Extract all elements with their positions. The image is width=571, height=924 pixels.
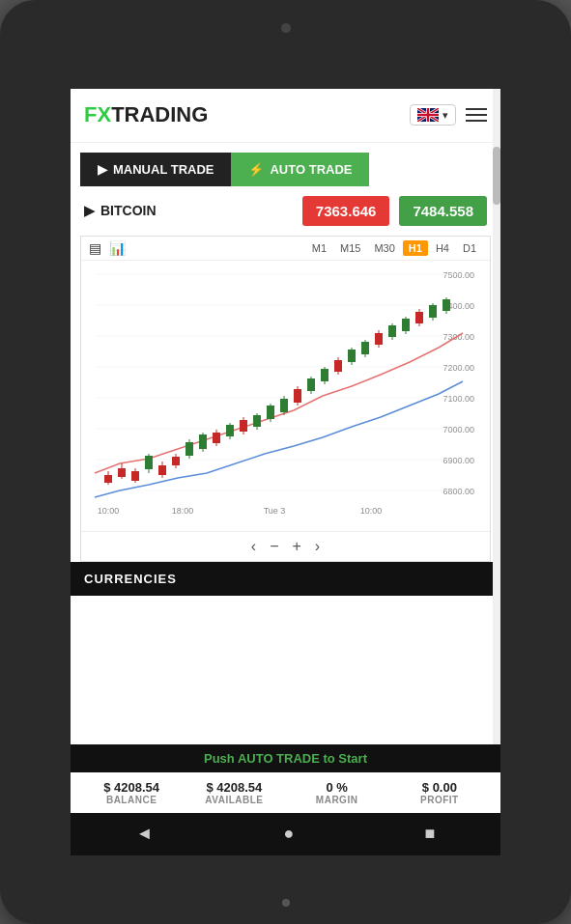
balance-row: $ 4208.54 BALANCE $ 4208.54 AVAILABLE 0 … <box>71 772 500 813</box>
flag-icon <box>417 108 439 122</box>
svg-rect-48 <box>307 378 315 391</box>
svg-text:7300.00: 7300.00 <box>443 332 474 342</box>
svg-rect-28 <box>172 457 180 465</box>
svg-rect-18 <box>104 475 112 483</box>
bottom-bar: Push AUTO TRADE to Start $ 4208.54 BALAN… <box>71 744 500 813</box>
margin-label: MARGIN <box>286 795 388 811</box>
chart-icons: ▤ 📊 <box>89 240 126 256</box>
chart-svg-area: 7500.00 7400.00 7300.00 7200.00 7100.00 … <box>81 261 490 531</box>
auto-trade-tab[interactable]: ⚡ AUTO TRADE <box>231 153 369 186</box>
chart-zoom-in-button[interactable]: + <box>293 538 301 555</box>
svg-rect-62 <box>402 319 410 331</box>
svg-rect-50 <box>321 369 328 381</box>
available-value: $ 4208.54 <box>183 780 285 795</box>
header-right: ▾ <box>410 104 487 126</box>
svg-rect-46 <box>294 389 301 403</box>
tf-m30[interactable]: M30 <box>368 240 400 256</box>
camera <box>281 23 291 33</box>
tf-m15[interactable]: M15 <box>334 240 366 256</box>
bitcoin-row: ▶ BITCOIN 7363.646 7484.558 <box>71 186 500 236</box>
candlestick-chart: 7500.00 7400.00 7300.00 7200.00 7100.00 … <box>81 261 482 531</box>
header: FX TRADING ▾ <box>71 89 500 143</box>
balance-label: BALANCE <box>80 795 183 811</box>
svg-rect-32 <box>199 434 207 449</box>
svg-rect-24 <box>145 456 153 469</box>
timeframes: M1 M15 M30 H1 H4 D1 <box>306 240 482 256</box>
svg-rect-56 <box>361 342 369 354</box>
svg-rect-66 <box>429 305 437 318</box>
bitcoin-label: ▶ BITCOIN <box>84 203 293 218</box>
svg-text:18:00: 18:00 <box>172 506 194 516</box>
logo-trading: TRADING <box>111 102 208 127</box>
chart-bar-icon[interactable]: 📊 <box>109 240 126 256</box>
home-button[interactable]: ● <box>284 824 295 844</box>
svg-rect-52 <box>334 360 342 372</box>
svg-rect-26 <box>158 465 166 475</box>
logo-fx: FX <box>84 102 111 127</box>
svg-text:7000.00: 7000.00 <box>443 425 474 434</box>
svg-rect-36 <box>226 425 234 436</box>
profit-item: $ 0.00 PROFIT <box>388 780 491 811</box>
menu-button[interactable] <box>466 108 487 122</box>
screen: FX TRADING ▾ <box>71 89 500 813</box>
chart-container: ▤ 📊 M1 M15 M30 H1 H4 D1 7500.00 7400.00 <box>80 236 491 562</box>
balance-value: $ 4208.54 <box>80 780 183 795</box>
available-label: AVAILABLE <box>183 795 285 811</box>
svg-rect-44 <box>280 399 288 412</box>
currencies-bar[interactable]: CURRENCIES <box>71 562 500 596</box>
svg-text:Tue 3: Tue 3 <box>264 506 286 516</box>
svg-text:7100.00: 7100.00 <box>443 394 474 404</box>
bitcoin-text: BITCOIN <box>100 203 157 218</box>
svg-text:6800.00: 6800.00 <box>443 487 474 496</box>
svg-rect-68 <box>443 299 450 311</box>
back-button[interactable]: ◄ <box>136 824 154 844</box>
svg-text:7500.00: 7500.00 <box>443 270 474 280</box>
svg-rect-34 <box>213 433 220 443</box>
scrollbar[interactable] <box>493 89 500 813</box>
tf-h1[interactable]: H1 <box>403 240 428 256</box>
logo: FX TRADING <box>84 102 208 127</box>
buy-price[interactable]: 7484.558 <box>399 196 487 226</box>
tf-h4[interactable]: H4 <box>430 240 455 256</box>
chart-type-icon[interactable]: ▤ <box>89 240 101 256</box>
svg-rect-30 <box>186 442 193 456</box>
recent-button[interactable]: ■ <box>425 824 436 844</box>
svg-rect-40 <box>253 415 261 427</box>
android-navbar: ◄ ● ■ <box>71 813 500 855</box>
chart-zoom-out-button[interactable]: − <box>270 538 278 555</box>
svg-rect-58 <box>375 333 383 345</box>
margin-value: 0 % <box>286 780 388 795</box>
profit-label: PROFIT <box>388 795 491 811</box>
trade-tabs: ▶ MANUAL TRADE ⚡ AUTO TRADE <box>71 143 500 186</box>
svg-rect-38 <box>240 420 247 432</box>
svg-rect-60 <box>388 325 396 337</box>
auto-lightning-icon: ⚡ <box>248 162 264 177</box>
tf-m1[interactable]: M1 <box>306 240 332 256</box>
language-button[interactable]: ▾ <box>410 104 456 126</box>
chart-nav: ‹ − + › <box>81 531 490 561</box>
svg-rect-64 <box>415 312 423 323</box>
chart-prev-button[interactable]: ‹ <box>251 538 256 555</box>
svg-text:7200.00: 7200.00 <box>443 363 474 373</box>
bitcoin-arrow-icon: ▶ <box>84 203 95 218</box>
svg-rect-42 <box>267 406 274 419</box>
margin-item: 0 % MARGIN <box>286 780 388 811</box>
balance-item: $ 4208.54 BALANCE <box>80 780 183 811</box>
sell-price[interactable]: 7363.646 <box>302 196 390 226</box>
svg-rect-54 <box>348 350 356 362</box>
manual-play-icon: ▶ <box>98 162 107 177</box>
manual-trade-tab[interactable]: ▶ MANUAL TRADE <box>80 153 231 186</box>
svg-text:6900.00: 6900.00 <box>443 456 474 465</box>
svg-rect-20 <box>118 468 126 477</box>
available-item: $ 4208.54 AVAILABLE <box>183 780 285 811</box>
profit-value: $ 0.00 <box>388 780 491 795</box>
language-label: ▾ <box>443 109 448 122</box>
svg-text:10:00: 10:00 <box>360 506 383 516</box>
chart-next-button[interactable]: › <box>315 538 320 555</box>
manual-trade-label: MANUAL TRADE <box>113 162 214 177</box>
auto-trade-message: Push AUTO TRADE to Start <box>71 744 500 772</box>
chart-toolbar: ▤ 📊 M1 M15 M30 H1 H4 D1 <box>81 237 490 261</box>
tf-d1[interactable]: D1 <box>457 240 482 256</box>
tablet-device: FX TRADING ▾ <box>0 0 571 924</box>
currencies-label: CURRENCIES <box>84 572 177 586</box>
